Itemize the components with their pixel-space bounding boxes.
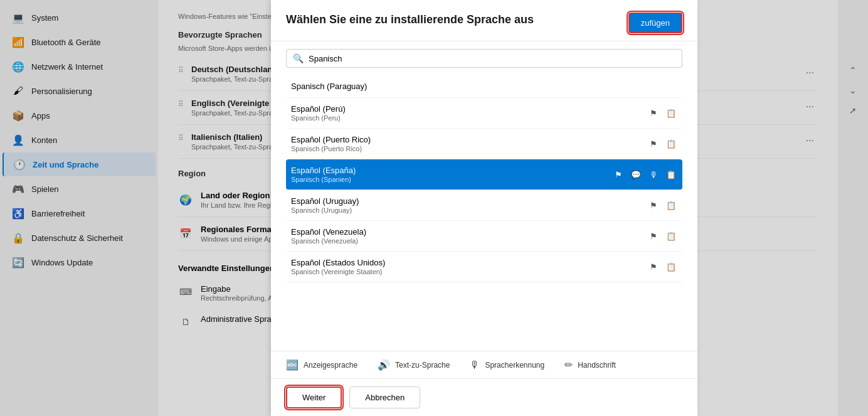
- feature-item: ✏ Handschrift: [564, 359, 616, 371]
- feature-label: Text-zu-Sprache: [395, 361, 450, 370]
- language-search-input[interactable]: [309, 54, 675, 63]
- lang-subtitle: Spanisch (Puerto Rico): [291, 145, 642, 152]
- lang-feature-icons: ⚑📋: [647, 137, 677, 150]
- edit-icon: 📋: [665, 107, 677, 119]
- lang-display-name: Español (España): [291, 166, 607, 175]
- pin-icon: ⚑: [647, 137, 660, 150]
- lang-feature-icons: ⚑💬🎙📋: [612, 168, 677, 181]
- lang-subtitle: Spanisch (Peru): [291, 114, 642, 122]
- feature-label: Anzeigesprache: [304, 361, 357, 370]
- lang-display-name: Spanisch (Paraguay): [291, 82, 672, 91]
- lang-subtitle: Spanisch (Spanien): [291, 176, 607, 183]
- lang-item-espana[interactable]: Español (España) Spanisch (Spanien) ⚑💬🎙📋: [286, 159, 682, 190]
- lang-names: Español (Puerto Rico) Spanisch (Puerto R…: [291, 135, 642, 152]
- chat-icon: 💬: [630, 168, 642, 181]
- lang-names: Español (Uruguay) Spanisch (Uruguay): [291, 196, 642, 214]
- feature-icon: ✏: [564, 359, 573, 371]
- edit-icon: 📋: [665, 260, 677, 273]
- pin-icon: ⚑: [647, 260, 660, 273]
- lang-feature-icons: ⚑📋: [647, 199, 677, 211]
- lang-display-name: Español (Venezuela): [291, 227, 642, 237]
- lang-names: Español (Venezuela) Spanisch (Venezuela): [291, 227, 642, 245]
- search-icon: 🔍: [293, 53, 304, 63]
- dialog-title: Wählen Sie eine zu installierende Sprach…: [286, 13, 534, 27]
- lang-subtitle: Spanisch (Venezuela): [291, 237, 642, 245]
- pin-icon: ⚑: [612, 168, 625, 181]
- feature-label: Handschrift: [578, 361, 616, 370]
- lang-feature-icons: ⚑📋: [647, 230, 677, 242]
- feature-item: 🔤 Anzeigesprache: [286, 359, 357, 371]
- abbrechen-button[interactable]: Abbrechen: [349, 387, 420, 408]
- hinzufuegen-button[interactable]: zufügen: [628, 13, 682, 33]
- lang-names: Español (España) Spanisch (Spanien): [291, 166, 607, 183]
- lang-names: Spanisch (Paraguay): [291, 82, 672, 91]
- feature-icon: 🎙: [470, 360, 480, 371]
- dialog-header: Wählen Sie eine zu installierende Sprach…: [271, 0, 697, 41]
- edit-icon: 📋: [665, 230, 677, 242]
- lang-display-name: Español (Estados Unidos): [291, 258, 642, 267]
- lang-display-name: Español (Perú): [291, 104, 642, 114]
- feature-icon: 🔤: [286, 359, 299, 371]
- lang-feature-icons: ⚑📋: [647, 260, 677, 273]
- lang-item-venezuela[interactable]: Español (Venezuela) Spanisch (Venezuela)…: [286, 221, 682, 252]
- dialog-footer-buttons: Weiter Abbrechen: [271, 378, 697, 416]
- lang-subtitle: Spanisch (Uruguay): [291, 206, 642, 214]
- pin-icon: ⚑: [647, 199, 660, 211]
- feature-label: Spracherkennung: [485, 361, 544, 370]
- mic-icon: 🎙: [647, 168, 660, 181]
- pin-icon: ⚑: [647, 107, 660, 119]
- feature-item: 🔊 Text-zu-Sprache: [378, 359, 450, 371]
- edit-icon: 📋: [665, 137, 677, 150]
- feature-icon: 🔊: [378, 359, 390, 371]
- lang-item-puertorico[interactable]: Español (Puerto Rico) Spanisch (Puerto R…: [286, 129, 682, 159]
- lang-item-paraguay[interactable]: Spanisch (Paraguay): [286, 75, 682, 98]
- lang-subtitle: Spanisch (Vereinigte Staaten): [291, 268, 642, 275]
- lang-display-name: Español (Puerto Rico): [291, 135, 642, 144]
- feature-item: 🎙 Spracherkennung: [470, 359, 544, 371]
- language-list: Spanisch (Paraguay) Español (Perú) Spani…: [271, 75, 697, 351]
- lang-names: Español (Perú) Spanisch (Peru): [291, 104, 642, 122]
- lang-display-name: Español (Uruguay): [291, 196, 642, 206]
- weiter-button[interactable]: Weiter: [286, 387, 342, 408]
- pin-icon: ⚑: [647, 230, 660, 242]
- lang-feature-icons: ⚑📋: [647, 107, 677, 119]
- lang-item-peru[interactable]: Español (Perú) Spanisch (Peru) ⚑📋: [286, 98, 682, 129]
- edit-icon: 📋: [665, 168, 677, 181]
- search-bar: 🔍: [286, 49, 682, 68]
- lang-item-uruguay[interactable]: Español (Uruguay) Spanisch (Uruguay) ⚑📋: [286, 190, 682, 221]
- dialog-features: 🔤 Anzeigesprache 🔊 Text-zu-Sprache 🎙 Spr…: [271, 351, 697, 378]
- language-install-dialog: Wählen Sie eine zu installierende Sprach…: [271, 0, 697, 416]
- lang-item-estadosunidos[interactable]: Español (Estados Unidos) Spanisch (Verei…: [286, 252, 682, 282]
- edit-icon: 📋: [665, 199, 677, 211]
- lang-names: Español (Estados Unidos) Spanisch (Verei…: [291, 258, 642, 275]
